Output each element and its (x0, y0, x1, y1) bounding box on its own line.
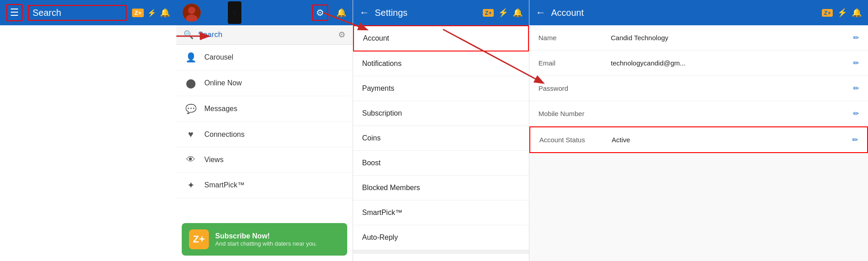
account-bell-icon[interactable]: 🔔 (852, 8, 862, 18)
lightning-icon[interactable]: ⚡ (147, 9, 156, 17)
nav-item-carousel[interactable]: 👤 Carousel (176, 45, 353, 70)
carousel-label: Carousel (204, 53, 233, 61)
settings-item-smartpick[interactable]: SmartPick™ (353, 200, 529, 225)
email-value: technologycandid@gm... (611, 59, 849, 67)
settings-item-payments[interactable]: Payments (353, 76, 529, 101)
settings-title: Settings (375, 8, 477, 18)
account-zplus-icon[interactable]: Z+ (822, 9, 833, 17)
status-value: Active (612, 136, 849, 144)
status-label: Account Status (539, 136, 612, 144)
mobile-edit-icon[interactable]: ✏ (853, 109, 859, 118)
panel-account: ← Account Z+ ⚡ 🔔 Name Candid Technology … (529, 0, 868, 261)
account-top-icons: Z+ ⚡ 🔔 (822, 8, 862, 18)
account-row-name: Name Candid Technology ✏ (529, 25, 868, 51)
online-now-label: Online Now (204, 79, 242, 87)
panel-search: ⋮ ⚙ 🔔 🔍 Search ⚙ 👤 Carousel ⬤ Online Now (176, 0, 353, 261)
settings-back-icon[interactable]: ← (359, 7, 369, 19)
smartpick-icon: ✦ (185, 180, 196, 191)
settings-item-auto-reply[interactable]: Auto-Reply (353, 225, 529, 250)
settings-list: Account Notifications Payments Subscript… (353, 25, 529, 261)
nav-item-smartpick[interactable]: ✦ SmartPick™ (176, 172, 353, 198)
phone-preview: ⋮ (228, 1, 241, 24)
settings-divider (353, 250, 529, 254)
panel-menu: ☰ Search Z+ ⚡ 🔔 (0, 0, 176, 261)
hamburger-icon[interactable]: ☰ (6, 4, 23, 21)
settings-item-account[interactable]: Account (353, 25, 529, 51)
account-title: Account (551, 8, 816, 18)
settings-zplus-icon[interactable]: Z+ (483, 9, 494, 17)
status-edit-icon[interactable]: ✏ (852, 135, 858, 144)
nav-item-views[interactable]: 👁 Views (176, 147, 353, 172)
filter-icon[interactable]: ⚙ (338, 30, 345, 40)
connections-icon: ♥ (185, 129, 196, 140)
settings-top-icons: Z+ ⚡ 🔔 (483, 8, 523, 18)
subscribe-text: Subscribe Now! And start chatting with d… (215, 232, 317, 247)
account-row-email: Email technologycandid@gm... ✏ (529, 51, 868, 76)
zplus-icon[interactable]: Z+ (132, 9, 144, 17)
settings-item-boost[interactable]: Boost (353, 151, 529, 176)
email-edit-icon[interactable]: ✏ (853, 59, 859, 67)
avatar[interactable] (183, 4, 201, 22)
settings-lightning-icon[interactable]: ⚡ (498, 8, 508, 18)
nav-item-online-now[interactable]: ⬤ Online Now (176, 70, 353, 96)
navigation-list: 👤 Carousel ⬤ Online Now 💬 Messages ♥ Con… (176, 45, 353, 218)
messages-icon: 💬 (185, 103, 196, 114)
settings-item-coins[interactable]: Coins (353, 126, 529, 151)
svg-point-1 (188, 7, 195, 14)
smartpick-label: SmartPick™ (204, 181, 245, 189)
account-row-password: Password ✏ (529, 76, 868, 101)
account-back-icon[interactable]: ← (536, 7, 546, 19)
subscribe-desc: And start chatting with daters near you. (215, 240, 317, 247)
views-icon: 👁 (185, 154, 196, 165)
account-row-status: Account Status Active ✏ (529, 126, 868, 153)
online-now-icon: ⬤ (185, 78, 196, 89)
menu-body (0, 25, 176, 261)
settings-item-contact[interactable]: Contact (353, 254, 529, 261)
connections-label: Connections (204, 130, 245, 139)
name-label: Name (538, 34, 611, 42)
account-rows: Name Candid Technology ✏ Email technolog… (529, 25, 868, 261)
password-label: Password (538, 84, 611, 92)
search-label[interactable]: Search (198, 30, 338, 39)
zplus-logo: Z+ (189, 229, 209, 249)
notification-bell-icon[interactable]: 🔔 (336, 8, 346, 18)
settings-item-notifications[interactable]: Notifications (353, 51, 529, 76)
menu-top-bar: ☰ Search Z+ ⚡ 🔔 (0, 0, 176, 25)
messages-label: Messages (204, 105, 237, 113)
carousel-icon: 👤 (185, 52, 196, 63)
email-label: Email (538, 59, 611, 67)
search-top-bar: ⋮ ⚙ 🔔 (176, 0, 353, 25)
account-top-bar: ← Account Z+ ⚡ 🔔 (529, 0, 868, 25)
menu-top-icons: Z+ ⚡ 🔔 (132, 8, 170, 18)
panel-settings: ← Settings Z+ ⚡ 🔔 Account Notifications … (353, 0, 529, 261)
nav-item-connections[interactable]: ♥ Connections (176, 122, 353, 147)
name-edit-icon[interactable]: ✏ (853, 33, 859, 42)
settings-item-blocked-members[interactable]: Blocked Members (353, 176, 529, 200)
nav-item-messages[interactable]: 💬 Messages (176, 96, 353, 122)
subscribe-banner[interactable]: Z+ Subscribe Now! And start chatting wit… (182, 223, 347, 256)
settings-gear-icon[interactable]: ⚙ (312, 5, 328, 21)
settings-bell-icon[interactable]: 🔔 (513, 8, 523, 18)
account-row-mobile: Mobile Number ✏ (529, 101, 868, 126)
views-label: Views (204, 156, 223, 164)
subscribe-title: Subscribe Now! (215, 232, 317, 240)
settings-item-subscription[interactable]: Subscription (353, 101, 529, 126)
search-bar[interactable]: 🔍 Search ⚙ (176, 25, 353, 45)
password-edit-icon[interactable]: ✏ (853, 84, 859, 93)
search-magnifier-icon: 🔍 (184, 30, 193, 40)
mobile-label: Mobile Number (538, 110, 611, 117)
bell-icon[interactable]: 🔔 (160, 8, 170, 18)
account-lightning-icon[interactable]: ⚡ (837, 8, 847, 18)
name-value: Candid Technology (611, 34, 849, 42)
menu-title: Search (28, 5, 127, 21)
settings-top-bar: ← Settings Z+ ⚡ 🔔 (353, 0, 529, 25)
